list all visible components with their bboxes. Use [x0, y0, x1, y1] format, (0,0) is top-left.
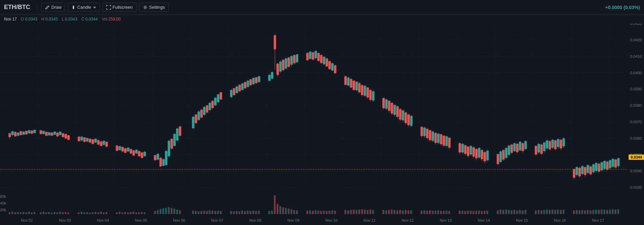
svg-rect-228	[290, 56, 292, 64]
svg-text:Nov 07: Nov 07	[211, 218, 223, 222]
svg-rect-398	[587, 165, 589, 173]
svg-rect-214	[271, 72, 273, 78]
svg-rect-356	[514, 143, 516, 151]
svg-rect-529	[372, 210, 374, 214]
svg-rect-456	[121, 212, 123, 214]
draw-button[interactable]: Draw	[41, 3, 65, 12]
svg-rect-578	[546, 210, 548, 214]
svg-rect-188	[220, 92, 222, 99]
svg-rect-475	[192, 211, 194, 214]
svg-rect-170	[195, 115, 197, 123]
svg-rect-102	[67, 136, 69, 140]
svg-rect-376	[549, 141, 551, 149]
svg-rect-466	[157, 210, 159, 214]
fullscreen-icon	[106, 5, 111, 10]
svg-rect-274	[369, 90, 371, 99]
svg-rect-479	[203, 211, 205, 214]
svg-rect-505	[290, 209, 292, 214]
svg-rect-441	[65, 212, 66, 214]
svg-rect-350	[505, 148, 507, 158]
candle-button[interactable]: Candle	[68, 3, 100, 12]
svg-rect-431	[34, 212, 35, 214]
svg-rect-98	[62, 133, 64, 137]
svg-rect-567	[508, 210, 509, 214]
svg-rect-483	[214, 211, 216, 214]
svg-text:0.0380: 0.0380	[630, 103, 642, 107]
svg-rect-559	[478, 211, 480, 214]
svg-rect-600	[614, 210, 616, 214]
svg-rect-254	[334, 65, 336, 73]
svg-rect-485	[220, 211, 221, 214]
svg-rect-256	[344, 77, 346, 85]
svg-rect-104	[78, 137, 80, 141]
svg-rect-507	[296, 210, 298, 214]
svg-rect-447	[89, 213, 91, 214]
svg-rect-326	[464, 145, 466, 153]
svg-rect-308	[432, 132, 434, 140]
svg-rect-224	[285, 59, 287, 68]
svg-rect-428	[25, 212, 27, 214]
svg-rect-246	[323, 57, 325, 64]
svg-rect-465	[154, 211, 156, 214]
svg-rect-304	[426, 129, 428, 138]
svg-rect-581	[554, 210, 556, 214]
svg-rect-433	[43, 212, 44, 214]
svg-rect-426	[20, 212, 21, 214]
svg-rect-340	[484, 152, 486, 161]
fullscreen-button[interactable]: Fullscreen	[103, 3, 137, 12]
svg-rect-216	[274, 36, 276, 49]
svg-rect-472	[173, 209, 175, 214]
svg-rect-278	[383, 98, 385, 108]
svg-rect-180	[209, 103, 211, 110]
svg-rect-590	[587, 210, 589, 214]
svg-rect-461	[136, 212, 137, 214]
svg-text:Nov 06: Nov 06	[173, 218, 185, 222]
svg-rect-292	[402, 110, 404, 120]
svg-rect-184	[214, 98, 216, 105]
svg-rect-242	[318, 53, 320, 60]
pencil-icon	[45, 5, 50, 10]
svg-rect-577	[543, 210, 545, 214]
svg-rect-286	[394, 105, 396, 115]
svg-rect-435	[48, 212, 50, 214]
svg-rect-310	[434, 133, 436, 142]
svg-rect-448	[92, 212, 94, 214]
svg-rect-469	[165, 208, 167, 214]
svg-rect-202	[247, 81, 249, 87]
svg-rect-100	[65, 134, 67, 138]
svg-rect-586	[576, 210, 578, 214]
svg-rect-429	[28, 212, 30, 214]
svg-rect-382	[557, 139, 559, 147]
svg-rect-244	[320, 55, 322, 63]
svg-rect-539	[408, 210, 409, 214]
svg-rect-166	[179, 127, 181, 135]
svg-text:Nov 17: Nov 17	[592, 218, 604, 222]
svg-rect-264	[356, 82, 358, 90]
ohlcv-vol: Vol 259.00	[102, 17, 121, 21]
settings-button[interactable]: Settings	[139, 3, 169, 12]
svg-rect-190	[230, 90, 232, 97]
svg-rect-160	[171, 139, 173, 148]
svg-rect-510	[312, 211, 314, 214]
svg-rect-497	[268, 211, 270, 214]
svg-rect-544	[429, 210, 431, 214]
svg-rect-208	[255, 78, 257, 83]
svg-rect-484	[217, 211, 219, 214]
svg-rect-474	[179, 210, 181, 214]
svg-rect-262	[353, 81, 355, 90]
svg-rect-565	[502, 210, 504, 214]
chart-area[interactable]: .grid-line { stroke: #1e222d; stroke-wid…	[0, 24, 644, 225]
svg-rect-534	[394, 210, 395, 214]
svg-rect-330	[470, 146, 472, 154]
svg-rect-454	[116, 212, 118, 214]
svg-text:Nov 11: Nov 11	[364, 218, 376, 222]
svg-rect-306	[429, 130, 431, 140]
svg-rect-276	[372, 91, 374, 100]
svg-rect-532	[388, 210, 390, 214]
svg-rect-194	[236, 87, 238, 93]
svg-rect-442	[67, 212, 69, 214]
svg-rect-406	[598, 164, 600, 171]
pair-title: ETH/BTC	[4, 4, 30, 11]
svg-rect-449	[95, 212, 96, 214]
svg-rect-459	[130, 212, 131, 214]
